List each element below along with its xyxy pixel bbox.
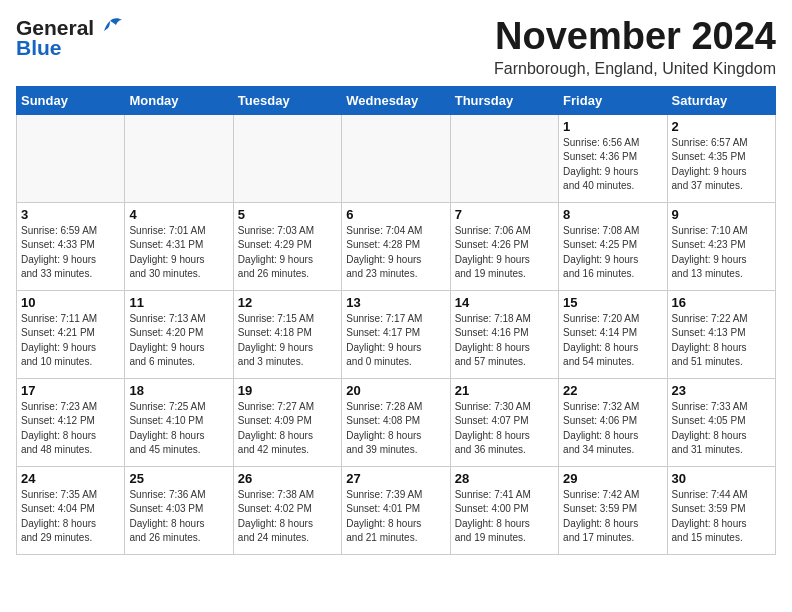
day-detail: Sunrise: 7:18 AMSunset: 4:16 PMDaylight:…: [455, 312, 554, 370]
day-detail: Sunrise: 7:04 AMSunset: 4:28 PMDaylight:…: [346, 224, 445, 282]
day-cell: 11Sunrise: 7:13 AMSunset: 4:20 PMDayligh…: [125, 290, 233, 378]
day-detail: Sunrise: 7:08 AMSunset: 4:25 PMDaylight:…: [563, 224, 662, 282]
day-cell: 22Sunrise: 7:32 AMSunset: 4:06 PMDayligh…: [559, 378, 667, 466]
day-number: 6: [346, 207, 445, 222]
day-detail: Sunrise: 7:30 AMSunset: 4:07 PMDaylight:…: [455, 400, 554, 458]
day-detail: Sunrise: 7:23 AMSunset: 4:12 PMDaylight:…: [21, 400, 120, 458]
day-cell: 18Sunrise: 7:25 AMSunset: 4:10 PMDayligh…: [125, 378, 233, 466]
day-cell: 26Sunrise: 7:38 AMSunset: 4:02 PMDayligh…: [233, 466, 341, 554]
day-detail: Sunrise: 7:15 AMSunset: 4:18 PMDaylight:…: [238, 312, 337, 370]
day-cell: 24Sunrise: 7:35 AMSunset: 4:04 PMDayligh…: [17, 466, 125, 554]
day-cell: 27Sunrise: 7:39 AMSunset: 4:01 PMDayligh…: [342, 466, 450, 554]
day-number: 14: [455, 295, 554, 310]
day-cell: 13Sunrise: 7:17 AMSunset: 4:17 PMDayligh…: [342, 290, 450, 378]
day-number: 2: [672, 119, 771, 134]
day-cell: 21Sunrise: 7:30 AMSunset: 4:07 PMDayligh…: [450, 378, 558, 466]
calendar-table: SundayMondayTuesdayWednesdayThursdayFrid…: [16, 86, 776, 555]
day-detail: Sunrise: 7:44 AMSunset: 3:59 PMDaylight:…: [672, 488, 771, 546]
day-cell: [125, 114, 233, 202]
day-cell: 28Sunrise: 7:41 AMSunset: 4:00 PMDayligh…: [450, 466, 558, 554]
weekday-header-row: SundayMondayTuesdayWednesdayThursdayFrid…: [17, 86, 776, 114]
day-number: 19: [238, 383, 337, 398]
day-number: 1: [563, 119, 662, 134]
day-cell: 16Sunrise: 7:22 AMSunset: 4:13 PMDayligh…: [667, 290, 775, 378]
day-detail: Sunrise: 7:33 AMSunset: 4:05 PMDaylight:…: [672, 400, 771, 458]
day-cell: [233, 114, 341, 202]
day-cell: 7Sunrise: 7:06 AMSunset: 4:26 PMDaylight…: [450, 202, 558, 290]
day-number: 20: [346, 383, 445, 398]
day-number: 25: [129, 471, 228, 486]
day-number: 5: [238, 207, 337, 222]
day-detail: Sunrise: 7:13 AMSunset: 4:20 PMDaylight:…: [129, 312, 228, 370]
month-title: November 2024: [494, 16, 776, 58]
calendar-body: 1Sunrise: 6:56 AMSunset: 4:36 PMDaylight…: [17, 114, 776, 554]
day-number: 23: [672, 383, 771, 398]
header: General Blue November 2024 Farnborough, …: [16, 16, 776, 78]
day-cell: 20Sunrise: 7:28 AMSunset: 4:08 PMDayligh…: [342, 378, 450, 466]
weekday-wednesday: Wednesday: [342, 86, 450, 114]
title-area: November 2024 Farnborough, England, Unit…: [494, 16, 776, 78]
day-detail: Sunrise: 7:10 AMSunset: 4:23 PMDaylight:…: [672, 224, 771, 282]
day-detail: Sunrise: 7:39 AMSunset: 4:01 PMDaylight:…: [346, 488, 445, 546]
day-cell: 9Sunrise: 7:10 AMSunset: 4:23 PMDaylight…: [667, 202, 775, 290]
day-detail: Sunrise: 6:59 AMSunset: 4:33 PMDaylight:…: [21, 224, 120, 282]
day-detail: Sunrise: 7:35 AMSunset: 4:04 PMDaylight:…: [21, 488, 120, 546]
day-number: 3: [21, 207, 120, 222]
day-number: 26: [238, 471, 337, 486]
day-cell: 4Sunrise: 7:01 AMSunset: 4:31 PMDaylight…: [125, 202, 233, 290]
day-detail: Sunrise: 7:28 AMSunset: 4:08 PMDaylight:…: [346, 400, 445, 458]
day-number: 29: [563, 471, 662, 486]
day-number: 12: [238, 295, 337, 310]
day-cell: 1Sunrise: 6:56 AMSunset: 4:36 PMDaylight…: [559, 114, 667, 202]
day-cell: [450, 114, 558, 202]
weekday-monday: Monday: [125, 86, 233, 114]
day-number: 24: [21, 471, 120, 486]
day-number: 11: [129, 295, 228, 310]
weekday-sunday: Sunday: [17, 86, 125, 114]
day-cell: 6Sunrise: 7:04 AMSunset: 4:28 PMDaylight…: [342, 202, 450, 290]
week-row-0: 1Sunrise: 6:56 AMSunset: 4:36 PMDaylight…: [17, 114, 776, 202]
day-number: 27: [346, 471, 445, 486]
day-detail: Sunrise: 7:41 AMSunset: 4:00 PMDaylight:…: [455, 488, 554, 546]
logo-blue: Blue: [16, 36, 62, 60]
day-number: 13: [346, 295, 445, 310]
day-detail: Sunrise: 6:57 AMSunset: 4:35 PMDaylight:…: [672, 136, 771, 194]
day-detail: Sunrise: 7:11 AMSunset: 4:21 PMDaylight:…: [21, 312, 120, 370]
day-detail: Sunrise: 7:20 AMSunset: 4:14 PMDaylight:…: [563, 312, 662, 370]
day-cell: 29Sunrise: 7:42 AMSunset: 3:59 PMDayligh…: [559, 466, 667, 554]
logo: General Blue: [16, 16, 124, 60]
day-number: 30: [672, 471, 771, 486]
day-cell: 5Sunrise: 7:03 AMSunset: 4:29 PMDaylight…: [233, 202, 341, 290]
day-number: 7: [455, 207, 554, 222]
day-detail: Sunrise: 7:01 AMSunset: 4:31 PMDaylight:…: [129, 224, 228, 282]
day-number: 28: [455, 471, 554, 486]
day-cell: 30Sunrise: 7:44 AMSunset: 3:59 PMDayligh…: [667, 466, 775, 554]
day-cell: 23Sunrise: 7:33 AMSunset: 4:05 PMDayligh…: [667, 378, 775, 466]
day-detail: Sunrise: 7:25 AMSunset: 4:10 PMDaylight:…: [129, 400, 228, 458]
week-row-4: 24Sunrise: 7:35 AMSunset: 4:04 PMDayligh…: [17, 466, 776, 554]
logo-bird-icon: [96, 17, 124, 39]
day-number: 10: [21, 295, 120, 310]
day-number: 17: [21, 383, 120, 398]
location-title: Farnborough, England, United Kingdom: [494, 60, 776, 78]
day-number: 8: [563, 207, 662, 222]
day-detail: Sunrise: 7:27 AMSunset: 4:09 PMDaylight:…: [238, 400, 337, 458]
day-detail: Sunrise: 7:06 AMSunset: 4:26 PMDaylight:…: [455, 224, 554, 282]
day-detail: Sunrise: 7:36 AMSunset: 4:03 PMDaylight:…: [129, 488, 228, 546]
day-detail: Sunrise: 7:42 AMSunset: 3:59 PMDaylight:…: [563, 488, 662, 546]
day-cell: 3Sunrise: 6:59 AMSunset: 4:33 PMDaylight…: [17, 202, 125, 290]
day-detail: Sunrise: 7:17 AMSunset: 4:17 PMDaylight:…: [346, 312, 445, 370]
weekday-thursday: Thursday: [450, 86, 558, 114]
day-cell: [342, 114, 450, 202]
day-number: 21: [455, 383, 554, 398]
day-cell: 2Sunrise: 6:57 AMSunset: 4:35 PMDaylight…: [667, 114, 775, 202]
day-cell: 17Sunrise: 7:23 AMSunset: 4:12 PMDayligh…: [17, 378, 125, 466]
day-detail: Sunrise: 6:56 AMSunset: 4:36 PMDaylight:…: [563, 136, 662, 194]
day-number: 15: [563, 295, 662, 310]
day-detail: Sunrise: 7:38 AMSunset: 4:02 PMDaylight:…: [238, 488, 337, 546]
week-row-1: 3Sunrise: 6:59 AMSunset: 4:33 PMDaylight…: [17, 202, 776, 290]
day-number: 18: [129, 383, 228, 398]
day-cell: [17, 114, 125, 202]
day-cell: 25Sunrise: 7:36 AMSunset: 4:03 PMDayligh…: [125, 466, 233, 554]
day-cell: 10Sunrise: 7:11 AMSunset: 4:21 PMDayligh…: [17, 290, 125, 378]
